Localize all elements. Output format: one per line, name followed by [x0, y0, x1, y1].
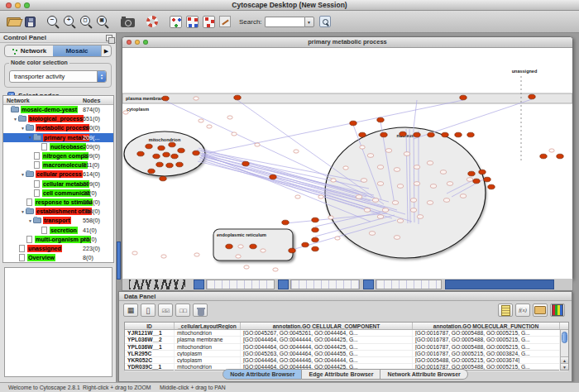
network-node[interactable]: [427, 161, 433, 165]
network-node[interactable]: [369, 232, 376, 236]
background-window-fragment[interactable]: [206, 280, 275, 289]
tree-header[interactable]: Network Nodes: [3, 96, 113, 105]
table-row[interactable]: YLR295Ccytoplasm[GO:0045263, GO:0044464,…: [125, 351, 568, 357]
table-row[interactable]: YJR121W__1mitochondrion[GO:0045267, GO:0…: [125, 330, 568, 337]
nucleus-region[interactable]: [325, 127, 486, 258]
network-window-titlebar[interactable]: primary metabolic process: [122, 37, 572, 48]
network-node[interactable]: [176, 162, 183, 167]
unselect-attributes-icon[interactable]: [175, 304, 190, 317]
background-window-fragment[interactable]: [194, 280, 204, 289]
tree-row[interactable]: cell communicat22(0): [3, 189, 113, 198]
cell-3[interactable]: [GO:0016787, GO:0005488, GO:0005215, G..…: [413, 337, 560, 342]
cell-3[interactable]: [GO:0016787, GO:0005488, GO:0005215, G..…: [413, 330, 560, 336]
network-node[interactable]: [397, 219, 404, 223]
network-node[interactable]: [397, 184, 404, 189]
save-icon[interactable]: [25, 17, 36, 27]
tree-row[interactable]: response to stimulu264(0): [3, 198, 113, 207]
network-node[interactable]: [162, 96, 169, 101]
help-icon[interactable]: [146, 16, 158, 27]
notes-icon[interactable]: [498, 304, 513, 317]
network-node[interactable]: [207, 125, 212, 128]
cell-3[interactable]: [GO:0016787, GO:0005215, GO:0003824, G..…: [413, 351, 560, 356]
network-node[interactable]: [153, 154, 160, 159]
network-node[interactable]: [123, 111, 128, 114]
network-node[interactable]: [382, 208, 389, 213]
attribute-grid-icon[interactable]: [123, 304, 138, 317]
cell-2[interactable]: [GO:0044464, GO:0044444, GO:0044425, G..…: [241, 344, 413, 350]
tree-row[interactable]: ▼transport558(0): [3, 216, 113, 225]
cell-2[interactable]: [GO:0045263, GO:0044464, GO:0044455, G..…: [241, 351, 413, 356]
network-node[interactable]: [428, 132, 434, 137]
network-node[interactable]: [460, 95, 467, 100]
network-node[interactable]: [377, 165, 384, 170]
layout-b-icon[interactable]: [203, 16, 215, 28]
title-bar[interactable]: Cytoscape Desktop (New Session): [0, 0, 579, 11]
network-node[interactable]: [377, 215, 384, 219]
network-node[interactable]: [250, 244, 256, 249]
network-node[interactable]: [367, 154, 374, 158]
network-node[interactable]: [488, 184, 495, 189]
cell-3[interactable]: [GO:0016787, GO:0005488, GO:0005215, G..…: [413, 344, 560, 350]
network-node[interactable]: [467, 178, 473, 182]
data-panel-titlebar[interactable]: Data Panel: [119, 292, 572, 301]
tree-row[interactable]: nitrogen compo209(0): [3, 151, 113, 160]
network-node[interactable]: [244, 265, 249, 269]
tree-row[interactable]: cellular metabol209(0): [3, 179, 113, 189]
network-node[interactable]: [161, 255, 166, 258]
network-node[interactable]: [226, 244, 232, 249]
search-options-icon[interactable]: [319, 16, 331, 27]
network-node[interactable]: [273, 268, 278, 271]
network-node[interactable]: [302, 242, 309, 247]
network-node[interactable]: [312, 237, 318, 242]
network-node[interactable]: [484, 177, 490, 182]
network-node[interactable]: [194, 253, 199, 256]
network-node[interactable]: [282, 220, 289, 225]
heatmap-icon[interactable]: [550, 304, 565, 317]
network-node[interactable]: [160, 176, 166, 181]
network-node[interactable]: [394, 168, 400, 172]
cell-2[interactable]: [GO:0044464, GO:0044444, GO:0044425, G..…: [241, 337, 413, 342]
float-panel-icon[interactable]: [106, 35, 112, 41]
cell-0[interactable]: YPL036W__2: [125, 337, 175, 342]
layout-a-icon[interactable]: [186, 16, 199, 28]
delete-attribute-icon[interactable]: [193, 304, 208, 317]
column-id[interactable]: ID: [125, 323, 175, 329]
import-attributes-icon[interactable]: [533, 304, 548, 317]
network-node[interactable]: [557, 154, 563, 159]
cell-2[interactable]: [GO:0044464, GO:0044446, GO:0044444, G..…: [241, 357, 413, 363]
network-node[interactable]: [427, 201, 433, 205]
cell-2[interactable]: [GO:0045267, GO:0045261, GO:0044464, G..…: [241, 330, 413, 336]
tab-node-attribute-browser[interactable]: Node Attribute Browser: [223, 369, 302, 380]
network-node[interactable]: [312, 246, 318, 251]
zoom-in-icon[interactable]: [64, 16, 76, 28]
network-overview-icon[interactable]: [170, 16, 182, 28]
network-node[interactable]: [236, 255, 241, 258]
network-node[interactable]: [194, 97, 199, 100]
network-node[interactable]: [468, 171, 475, 176]
network-node[interactable]: [193, 151, 199, 155]
network-node[interactable]: [178, 148, 184, 153]
column-region[interactable]: _cellularLayoutRegion: [175, 323, 241, 329]
table-scrollbar[interactable]: ▲ ▼: [560, 330, 568, 370]
column-molecular-function[interactable]: annotation.GO MOLECULAR_FUNCTION: [413, 323, 560, 329]
background-window-edge[interactable]: [117, 241, 121, 280]
tree-row[interactable]: macromolecule311(0): [3, 160, 113, 170]
tab-mosaic[interactable]: Mosaic: [53, 45, 101, 56]
network-node[interactable]: [294, 150, 299, 153]
expander-icon[interactable]: ▼: [20, 172, 26, 177]
network-node[interactable]: [440, 170, 447, 174]
network-node[interactable]: [447, 182, 453, 186]
background-window-fragment[interactable]: [363, 280, 374, 289]
network-node[interactable]: [479, 170, 486, 174]
tree-row[interactable]: Overview8(0): [3, 253, 113, 262]
network-node[interactable]: [132, 251, 137, 255]
search-dropdown-arrow-icon[interactable]: ▼: [304, 17, 314, 27]
network-node[interactable]: [380, 132, 387, 137]
network-node[interactable]: [360, 146, 365, 149]
cell-1[interactable]: cytoplasm: [175, 351, 241, 356]
network-node[interactable]: [312, 227, 318, 232]
network-node[interactable]: [394, 236, 400, 240]
cell-1[interactable]: plasma membrane: [175, 337, 241, 342]
network-node[interactable]: [443, 198, 450, 203]
network-node[interactable]: [137, 151, 144, 156]
